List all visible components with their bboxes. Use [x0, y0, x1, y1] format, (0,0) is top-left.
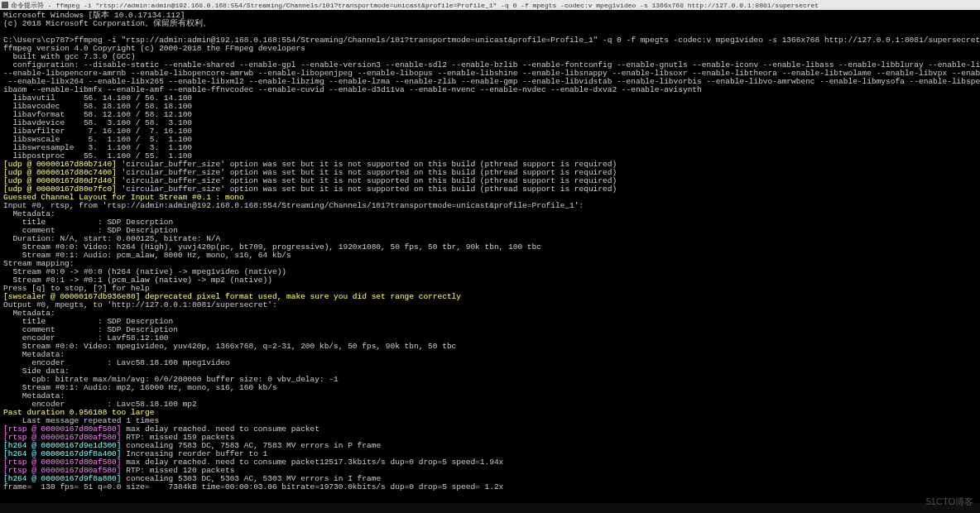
watermark: 51CTO博客	[926, 496, 973, 508]
console-line: Stream #0:1: Audio: mp2, 16000 Hz, mono,…	[3, 384, 977, 392]
console-line: ffmpeg version 4.0 Copyright (c) 2000-20…	[3, 45, 977, 53]
window-titlebar: 命令提示符 - ffmpeg -i "rtsp://admin:admin@19…	[0, 0, 980, 10]
console-line: frame= 130 fps= 51 q=0.0 size= 7384kB ti…	[3, 483, 977, 491]
console-line: encoder : Lavc58.18.100 mpeg1video	[3, 359, 977, 367]
console-output[interactable]: Microsoft Windows [版本 10.0.17134.112](c)…	[0, 10, 980, 503]
console-line: (c) 2018 Microsoft Corporation。保留所有权利。	[3, 20, 977, 28]
console-line: Stream #0:0: Video: mpeg1video, yuv420p,…	[3, 343, 977, 351]
cmd-icon	[2, 2, 8, 8]
console-line: Input #0, rtsp, from 'rtsp://admin:admin…	[3, 202, 977, 210]
console-line: Stream #0:1: Audio: pcm_alaw, 8000 Hz, m…	[3, 252, 977, 260]
console-line: Output #0, mpegts, to 'http://127.0.0.1:…	[3, 301, 977, 309]
window-title: 命令提示符 - ffmpeg -i "rtsp://admin:admin@19…	[11, 1, 819, 10]
